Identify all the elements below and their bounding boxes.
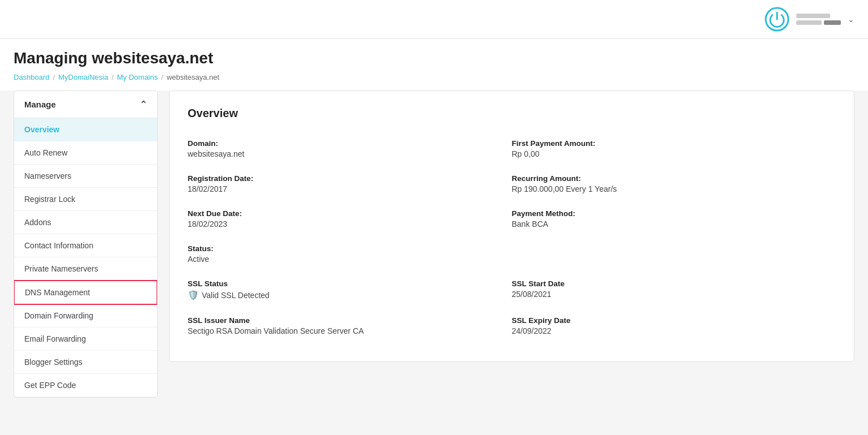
sidebar-item-overview[interactable]: Overview bbox=[14, 118, 157, 141]
field-ssl-issuer-label: SSL Issuer Name bbox=[188, 316, 489, 325]
breadcrumb-dashboard[interactable]: Dashboard bbox=[14, 73, 50, 81]
field-status-value: Active bbox=[188, 255, 489, 264]
field-ssl-status-label: SSL Status bbox=[188, 279, 489, 288]
breadcrumb-sep-3: / bbox=[161, 73, 163, 81]
field-empty bbox=[512, 239, 836, 274]
ssl-valid-text: Valid SSL Detected bbox=[202, 291, 270, 300]
sidebar-item-dns-management[interactable]: DNS Management bbox=[14, 280, 158, 305]
breadcrumb-sep-1: / bbox=[53, 73, 55, 81]
field-due-date-value: 18/02/2023 bbox=[188, 219, 489, 229]
overview-grid: Domain: websitesaya.net First Payment Am… bbox=[188, 133, 836, 346]
field-payment-method-label: Payment Method: bbox=[512, 209, 836, 218]
main-content: Overview Domain: websitesaya.net First P… bbox=[169, 91, 854, 362]
field-registration-date: Registration Date: 18/02/2017 bbox=[188, 169, 512, 204]
sidebar-item-email-forwarding[interactable]: Email Forwarding bbox=[14, 328, 157, 351]
breadcrumb-current: websitesaya.net bbox=[167, 73, 219, 81]
sidebar-item-addons[interactable]: Addons bbox=[14, 211, 157, 234]
field-recurring-value: Rp 190.000,00 Every 1 Year/s bbox=[512, 184, 836, 193]
field-ssl-expiry-label: SSL Expiry Date bbox=[512, 316, 836, 325]
sidebar-header: Manage ⌃ bbox=[14, 91, 157, 118]
field-ssl-start-value: 25/08/2021 bbox=[512, 290, 836, 299]
field-ssl-expiry: SSL Expiry Date 24/09/2022 bbox=[512, 311, 836, 346]
user-bar-accent bbox=[824, 20, 841, 25]
sidebar-item-contact-information[interactable]: Contact Information bbox=[14, 234, 157, 257]
breadcrumb-sep-2: / bbox=[111, 73, 114, 81]
breadcrumb-mydomainesia[interactable]: MyDomaiNesia bbox=[58, 73, 108, 81]
power-icon[interactable] bbox=[765, 7, 789, 32]
field-first-payment: First Payment Amount: Rp 0,00 bbox=[512, 133, 836, 169]
field-ssl-issuer: SSL Issuer Name Sectigo RSA Domain Valid… bbox=[188, 311, 512, 346]
sidebar-item-nameservers[interactable]: Nameservers bbox=[14, 165, 157, 188]
breadcrumb-my-domains[interactable]: My Domains bbox=[117, 73, 158, 81]
field-first-payment-label: First Payment Amount: bbox=[512, 139, 836, 148]
user-bar-top bbox=[796, 14, 830, 18]
user-bar-bottom bbox=[796, 20, 822, 25]
field-due-date-label: Next Due Date: bbox=[188, 209, 489, 218]
sidebar-item-auto-renew[interactable]: Auto Renew bbox=[14, 141, 157, 165]
field-recurring-amount: Recurring Amount: Rp 190.000,00 Every 1 … bbox=[512, 169, 836, 204]
field-ssl-status: SSL Status 🛡️ Valid SSL Detected bbox=[188, 274, 512, 311]
field-reg-date-label: Registration Date: bbox=[188, 174, 489, 183]
sidebar-header-label: Manage bbox=[24, 100, 56, 109]
field-recurring-label: Recurring Amount: bbox=[512, 174, 836, 183]
breadcrumb: Dashboard / MyDomaiNesia / My Domains / … bbox=[0, 71, 868, 91]
user-info bbox=[796, 14, 841, 25]
field-next-due-date: Next Due Date: 18/02/2023 bbox=[188, 204, 512, 239]
field-domain-value: websitesaya.net bbox=[188, 149, 489, 158]
field-first-payment-value: Rp 0,00 bbox=[512, 149, 836, 158]
chevron-up-icon[interactable]: ⌃ bbox=[140, 99, 147, 110]
field-ssl-start-date: SSL Start Date 25/08/2021 bbox=[512, 274, 836, 311]
field-payment-method-value: Bank BCA bbox=[512, 219, 836, 229]
field-ssl-start-label: SSL Start Date bbox=[512, 279, 836, 288]
sidebar: Manage ⌃ Overview Auto Renew Nameservers… bbox=[14, 91, 158, 398]
sidebar-item-domain-forwarding[interactable]: Domain Forwarding bbox=[14, 304, 157, 328]
top-bar: ⌄ bbox=[0, 0, 868, 39]
ssl-valid-icon: 🛡️ bbox=[188, 290, 199, 300]
sidebar-item-registrar-lock[interactable]: Registrar Lock bbox=[14, 188, 157, 211]
dropdown-arrow-icon[interactable]: ⌄ bbox=[848, 15, 854, 24]
field-payment-method: Payment Method: Bank BCA bbox=[512, 204, 836, 239]
field-domain: Domain: websitesaya.net bbox=[188, 133, 512, 169]
overview-title: Overview bbox=[188, 107, 836, 120]
sidebar-item-blogger-settings[interactable]: Blogger Settings bbox=[14, 351, 157, 374]
field-status: Status: Active bbox=[188, 239, 512, 274]
field-status-label: Status: bbox=[188, 244, 489, 253]
sidebar-item-private-nameservers[interactable]: Private Nameservers bbox=[14, 257, 157, 281]
field-ssl-status-value: 🛡️ Valid SSL Detected bbox=[188, 290, 489, 300]
field-ssl-expiry-value: 24/09/2022 bbox=[512, 326, 836, 335]
field-ssl-issuer-value: Sectigo RSA Domain Validation Secure Ser… bbox=[188, 326, 489, 335]
page-title: Managing websitesaya.net bbox=[0, 39, 868, 71]
header-right: ⌄ bbox=[765, 7, 854, 32]
sidebar-item-get-epp-code[interactable]: Get EPP Code bbox=[14, 374, 157, 397]
field-reg-date-value: 18/02/2017 bbox=[188, 184, 489, 193]
field-domain-label: Domain: bbox=[188, 139, 489, 148]
main-layout: Manage ⌃ Overview Auto Renew Nameservers… bbox=[0, 91, 868, 411]
